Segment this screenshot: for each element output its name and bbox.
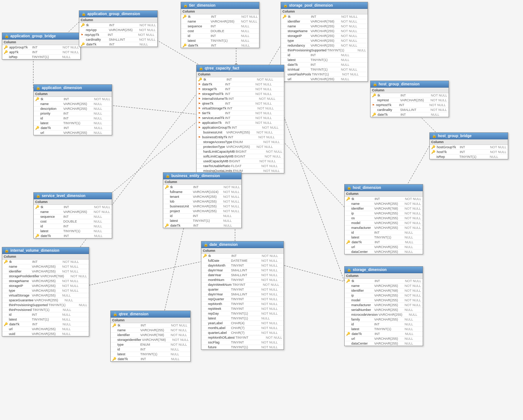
col-row: protectionTypeVARCHAR(255)NOT NULL: [197, 145, 284, 149]
table-header-apd: 🔒 application_dimension: [34, 85, 112, 91]
col-row: isVirtualTINYINT(1)NOT NULL: [281, 67, 368, 72]
pk-icon: 🔑: [203, 254, 207, 258]
table-title-dd: date_dimension: [209, 243, 238, 247]
table-business-entity-dimension: 🔒 business_entity_dimension Column 🔑tkIN…: [163, 172, 242, 228]
pk-icon: 🔑: [35, 97, 39, 101]
lock-icon: 🔒: [81, 12, 86, 16]
col-header-bed: Column: [163, 179, 241, 185]
col-row: microcodeVersionVARCHAR(255)NULL: [345, 312, 423, 317]
table-storage-dimension: 🔒 storage_dimension Column 🔑tkINTNOT NUL…: [344, 266, 423, 346]
col-row: ⚑internalVolumeTkINTNOT NULL: [197, 96, 284, 101]
col-row: thinProvisioningSupportedTINYINT(1)NULL: [2, 303, 89, 308]
fk-icon: ⚑: [198, 83, 201, 86]
table-internal-volume-dimension: 🔒 internal_volume_dimension Column 🔑tkIN…: [2, 247, 89, 336]
col-row: typeVARCHAR(255)NOT NULL: [2, 288, 89, 293]
col-row: idINTNULL: [34, 224, 112, 229]
col-row: typeVARCHAR(255)NOT NULL: [281, 38, 368, 43]
pk-icon: 🔑: [81, 23, 85, 27]
col-row: ⚑virtualStorageTkINTNOT NULL: [197, 106, 284, 111]
pk-icon: 🔑: [282, 15, 286, 18]
col-row: idINTNULL: [34, 116, 112, 121]
table-title-hgb: host_group_bridge: [438, 134, 472, 138]
col-row: ipVARCHAR(255)NOT NULL: [345, 211, 423, 216]
col-row: dayInYearSMALLINTNOT NULL: [201, 268, 284, 273]
col-row: dateTkINTNULL: [281, 62, 368, 67]
table-service-level-dimension: 🔒 service_level_dimension Column 🔑tkINTN…: [33, 192, 112, 238]
col-row: latestTINYINT(1)NULL: [2, 317, 89, 322]
col-row: isRepTINYINT(1)NULL: [430, 155, 508, 159]
pk-icon: 🔑: [112, 324, 116, 327]
col-row: storageNameVARCHAR(255)NOT NULL: [281, 29, 368, 34]
table-header-hgb: 🔒 host_group_bridge: [430, 133, 508, 139]
col-row: spaceGuaranteeVARCHAR(255)NULL: [2, 298, 89, 303]
col-row: ⚑tierTkINTNOT NULL: [197, 111, 284, 116]
col-row: ⚑qtreeTkINTNOT NULL: [197, 101, 284, 106]
col-row: modelVARCHAR(255)NOT NULL: [345, 221, 423, 226]
lock-icon: 🔒: [347, 268, 351, 272]
col-row: uuidVARCHAR(255)NULL: [2, 332, 89, 336]
lock-icon: 🔒: [347, 186, 351, 190]
col-row: 🔑dateTkINTNULL: [345, 240, 423, 245]
lock-icon: 🔒: [36, 194, 40, 198]
col-header-spd: Column: [281, 9, 368, 14]
fk-icon: ⚑: [198, 121, 201, 125]
col-row: nameVARCHAR(255)NOT NULL: [345, 284, 423, 288]
col-header-ivd: Column: [2, 254, 89, 260]
table-header-ivd: 🔒 internal_volume_dimension: [2, 247, 89, 254]
fk2-icon: 🔑: [4, 322, 8, 326]
col-row: ⚑serviceLevelTkINTNOT NULL: [197, 116, 284, 121]
pk-icon: 🔑: [431, 145, 435, 149]
col-row: latestTINYINT(1)NULL: [345, 327, 423, 332]
table-header-sd: 🔒 storage_dimension: [345, 267, 423, 273]
col-row: repDayTINYINT(1)NOT NULL: [201, 311, 284, 316]
col-row: idINTNULL: [111, 347, 190, 352]
col-row: nameVARCHAR(255)NOT NULL: [281, 24, 368, 29]
svg-line-9: [407, 146, 429, 185]
col-row: sequenceINTNULL: [34, 214, 112, 219]
col-row: storageNameVARCHAR(255)NOT NULL: [2, 279, 89, 284]
lock-icon: 🔒: [199, 66, 203, 70]
fk2-icon: 🔑: [112, 357, 116, 361]
col-row: descriptionVARCHAR(255)NULL: [34, 106, 112, 111]
col-row: ⚑ repAppTk INT NOT NULL: [79, 33, 157, 37]
lock-icon: 🔒: [283, 3, 288, 7]
table-header-sld: 🔒 service_level_dimension: [34, 193, 112, 199]
fk-icon: ⚑: [198, 107, 201, 110]
table-storage-pool-dimension: 🔒 storage_pool_dimension Column 🔑 tk INT…: [281, 2, 368, 82]
col-row: softLimitCapacityMBBIGINTNOT NULL: [197, 154, 284, 159]
col-row: 🔑 appTk INT NOT NULL: [2, 50, 80, 55]
col-row: costDOUBLENULL: [34, 219, 112, 224]
col-header-tier: Column: [181, 9, 259, 14]
pk-icon: 🔑: [198, 78, 202, 81]
table-header-qcf: 🔒 qtree_capacity_fact: [197, 65, 284, 72]
col-row: tenantVARCHAR(255)NOT NULL: [163, 194, 241, 199]
col-row: cardinality SMALLINT NOT NULL: [79, 37, 157, 42]
col-row: dataCenterVARCHAR(255)NULL: [345, 250, 423, 254]
col-row: nameVARCHAR(255)NOT NULL: [345, 201, 423, 206]
col-row: 🔑tkINTNOT NULL: [34, 205, 112, 210]
fk-icon: ⚑: [198, 88, 201, 91]
col-row: latestTINYINT(1)NULL: [201, 316, 284, 321]
pk-icon: 🔑: [4, 260, 8, 264]
col-row: repHostVARCHAR(255)NOT NULL: [371, 98, 449, 103]
col-row: storageAccessTypeENUMNOT NULL: [197, 140, 284, 145]
col-row: 🔑tkINTNOT NULL: [201, 254, 284, 258]
table-title-agd: application_group_dimension: [87, 12, 140, 16]
col-row: sscFlagTINYINTNOT NULL: [201, 340, 284, 345]
col-row: 🔑 dateTk INT NULL: [79, 42, 157, 47]
fk2-icon: 🔑: [346, 332, 350, 336]
col-row: urlVARCHAR(255)NULL: [2, 327, 89, 332]
table-title-qcf: qtree_capacity_fact: [205, 66, 239, 70]
col-row: latestTINYINT(1)NULL: [111, 352, 190, 357]
col-row: cardinalitySMALLINTNOT NULL: [371, 108, 449, 112]
table-header-tier: 🔒 tier_dimension: [181, 2, 259, 9]
col-header-sld: Column: [34, 199, 112, 205]
col-header-qcf: Column: [197, 72, 284, 77]
col-row: quarterTINYINTNOT NULL: [201, 287, 284, 292]
table-title-sld: service_level_dimension: [42, 194, 86, 198]
table-title-apd: application_dimension: [42, 86, 82, 90]
col-row: storageIPVARCHAR(255)NOT NULL: [2, 284, 89, 288]
fk-icon: ⚑: [198, 102, 201, 105]
col-row: usesFlashPoolsTINYINT(1)NOT NULL: [281, 72, 368, 77]
col-row: ⚑businessEntityTkINTNOT NULL: [197, 135, 284, 140]
